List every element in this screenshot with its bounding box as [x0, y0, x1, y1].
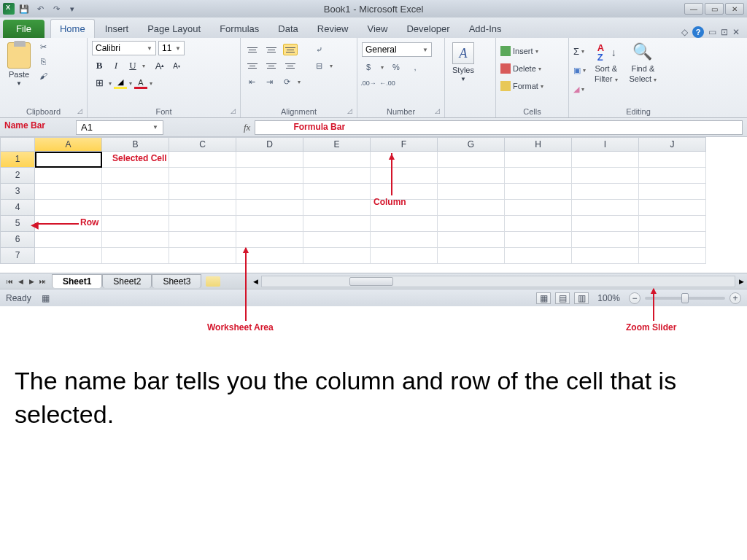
italic-button[interactable]: I [109, 58, 123, 73]
cell[interactable] [438, 168, 505, 184]
file-tab[interactable]: File [3, 20, 44, 38]
cell[interactable] [35, 248, 102, 264]
col-header-j[interactable]: J [639, 137, 706, 152]
font-name-selector[interactable]: Calibri▼ [92, 41, 156, 55]
cell[interactable] [303, 200, 371, 216]
merge-icon[interactable]: ⊟ [312, 60, 325, 71]
col-header-g[interactable]: G [438, 137, 505, 152]
cell[interactable] [438, 248, 505, 264]
decrease-decimal-icon[interactable]: ←.00 [381, 77, 394, 89]
col-header-c[interactable]: C [169, 137, 236, 152]
cell[interactable] [236, 200, 303, 216]
formula-bar[interactable]: Formula Bar [255, 120, 743, 135]
cell[interactable] [438, 184, 505, 200]
sheet-nav-prev-icon[interactable]: ◀ [15, 276, 26, 287]
cell[interactable] [438, 152, 505, 168]
zoom-level[interactable]: 100% [597, 293, 620, 303]
window-close-icon[interactable]: ✕ [732, 27, 740, 37]
number-launcher-icon[interactable]: ◿ [435, 107, 440, 114]
zoom-thumb[interactable] [681, 293, 689, 303]
hscroll-thumb[interactable] [349, 277, 393, 286]
align-left-icon[interactable] [245, 60, 260, 71]
currency-icon[interactable]: $ [362, 61, 375, 73]
cell[interactable] [505, 248, 572, 264]
cell[interactable] [572, 152, 639, 168]
cell[interactable] [303, 168, 371, 184]
borders-icon[interactable]: ⊞ [92, 76, 107, 90]
copy-icon[interactable]: ⎘ [36, 55, 50, 67]
cell[interactable] [639, 184, 706, 200]
find-select-button[interactable]: 🔍 Find & Select ▾ [627, 41, 660, 85]
cell[interactable] [303, 232, 371, 248]
cell[interactable] [303, 184, 371, 200]
sheet-nav-next-icon[interactable]: ▶ [26, 276, 36, 287]
tab-developer[interactable]: Developer [398, 20, 458, 38]
row-header-4[interactable]: 4 [0, 200, 35, 216]
sheet-nav-last-icon[interactable]: ⏭ [37, 276, 47, 287]
cell[interactable] [236, 168, 303, 184]
col-header-f[interactable]: F [371, 137, 438, 152]
cell[interactable] [371, 152, 438, 168]
maximize-button[interactable]: ▭ [705, 3, 724, 15]
hscroll-track[interactable] [261, 276, 735, 287]
qat-undo-icon[interactable]: ↶ [34, 2, 47, 15]
sheet-tab-3[interactable]: Sheet3 [152, 274, 201, 288]
align-top-icon[interactable] [245, 44, 260, 55]
cell[interactable] [102, 200, 169, 216]
row-header-7[interactable]: 7 [0, 248, 35, 264]
new-sheet-icon[interactable] [206, 276, 220, 287]
horizontal-scroll[interactable]: ◀ ▶ [249, 276, 747, 287]
cell[interactable] [438, 200, 505, 216]
cell[interactable] [169, 168, 236, 184]
cell[interactable] [169, 248, 236, 264]
align-right-icon[interactable] [283, 60, 298, 71]
cell[interactable] [572, 200, 639, 216]
zoom-slider[interactable] [645, 297, 725, 300]
indent-decrease-icon[interactable]: ⇤ [245, 76, 258, 88]
format-painter-icon[interactable]: 🖌 [36, 70, 50, 82]
number-format-selector[interactable]: General▼ [362, 42, 432, 57]
cell[interactable] [371, 232, 438, 248]
cell[interactable] [35, 232, 102, 248]
close-button[interactable]: ✕ [725, 3, 744, 15]
grow-font-icon[interactable]: A▴ [152, 58, 167, 73]
cell[interactable] [169, 200, 236, 216]
worksheet-area[interactable]: A B C D E F G H I J 1Selected Cell 2 3 4… [0, 137, 747, 273]
cell[interactable] [572, 168, 639, 184]
view-pagebreak-icon[interactable]: ▥ [574, 292, 589, 304]
cell[interactable] [236, 216, 303, 232]
cell[interactable] [35, 168, 102, 184]
sort-filter-button[interactable]: A Z ↓ Sort & Filter ▾ [592, 41, 621, 85]
window-min-icon[interactable]: ▭ [708, 27, 716, 37]
cell[interactable] [438, 216, 505, 232]
col-header-a[interactable]: A [35, 137, 102, 152]
col-header-e[interactable]: E [303, 137, 371, 152]
cell[interactable] [639, 152, 706, 168]
cut-icon[interactable]: ✂ [36, 41, 50, 52]
col-header-d[interactable]: D [236, 137, 303, 152]
font-color-icon[interactable]: A [134, 77, 147, 89]
col-header-h[interactable]: H [505, 137, 572, 152]
cell[interactable] [303, 152, 371, 168]
cell[interactable] [169, 152, 236, 168]
cell[interactable] [303, 248, 371, 264]
cell[interactable] [572, 248, 639, 264]
cell[interactable] [169, 216, 236, 232]
tab-formulas[interactable]: Formulas [211, 20, 268, 38]
view-pagelayout-icon[interactable]: ▤ [555, 292, 570, 304]
cell[interactable]: Selected Cell [102, 152, 169, 168]
row-header-5[interactable]: 5 [0, 216, 35, 232]
row-header-3[interactable]: 3 [0, 184, 35, 200]
underline-button[interactable]: U [125, 58, 140, 73]
cell[interactable] [505, 168, 572, 184]
qat-redo-icon[interactable]: ↷ [50, 2, 63, 15]
bold-button[interactable]: B [92, 58, 107, 73]
orientation-icon[interactable]: ⟳ [280, 76, 293, 88]
cell[interactable] [236, 152, 303, 168]
tab-home[interactable]: Home [50, 19, 95, 38]
row-header-2[interactable]: 2 [0, 168, 35, 184]
tab-addins[interactable]: Add-Ins [460, 20, 511, 38]
col-header-i[interactable]: I [572, 137, 639, 152]
tab-view[interactable]: View [358, 20, 396, 38]
cell[interactable] [102, 248, 169, 264]
